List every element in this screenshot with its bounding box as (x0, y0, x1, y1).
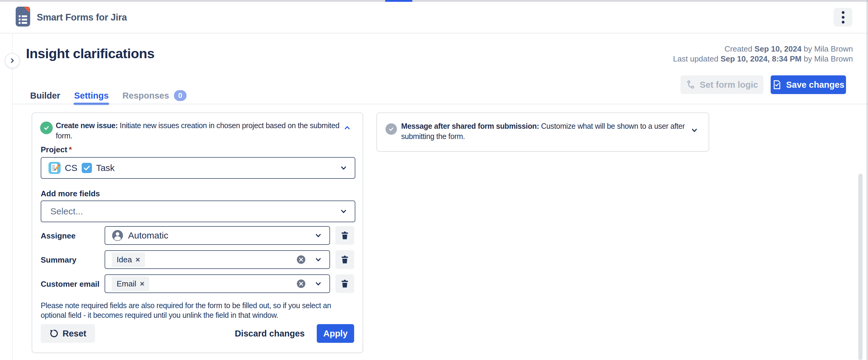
message-after-submission-card: Message after shared form submission: Cu… (376, 113, 709, 152)
trash-icon (340, 255, 349, 264)
message-card-heading: Message after shared form submission: Cu… (401, 121, 686, 142)
card-footer: Reset Discard changes Apply (41, 324, 354, 343)
created-date: Sep 10, 2024 (754, 44, 801, 53)
save-changes-label: Save changes (786, 80, 844, 90)
create-issue-heading-bold: Create new issue: (56, 121, 118, 130)
remove-tag-icon[interactable]: × (135, 256, 140, 264)
chevron-right-icon (9, 58, 16, 64)
app-window: Smart Forms for Jira Insight clarificati… (0, 0, 868, 360)
app-title: Smart Forms for Jira (37, 2, 127, 33)
document-check-icon (772, 80, 782, 90)
project-select[interactable]: CS Task (41, 157, 355, 179)
more-menu-button[interactable] (834, 8, 852, 27)
customer-email-select[interactable]: Email × (104, 274, 330, 293)
created-line: Created Sep 10, 2024 by Mila Brown (673, 44, 853, 54)
kebab-dot (842, 16, 844, 19)
responses-count-badge: 0 (174, 90, 187, 101)
collapse-chevron-up-icon[interactable] (343, 124, 351, 132)
assignee-select[interactable]: Automatic (104, 226, 330, 245)
create-new-issue-card: Create new issue: Initiate new issues cr… (32, 113, 363, 353)
clear-select-icon[interactable] (296, 279, 306, 289)
updated-line: Last updated Sep 10, 2024, 8:34 PM by Mi… (673, 54, 853, 64)
reset-label: Reset (63, 329, 87, 338)
tab-settings[interactable]: Settings (74, 87, 108, 104)
required-asterisk: * (69, 145, 72, 154)
tabs-divider (13, 104, 868, 104)
issue-type-name: Task (96, 163, 115, 173)
customer-email-tag: Email × (112, 276, 149, 291)
project-label: Project* (41, 145, 72, 154)
tab-builder[interactable]: Builder (30, 87, 60, 104)
required-fields-note: Please note required fields are also req… (41, 301, 356, 320)
project-avatar-icon (49, 162, 61, 174)
assignee-label: Assignee (41, 231, 76, 241)
expand-chevron-down-icon[interactable] (690, 126, 698, 134)
chevron-down-icon (340, 164, 347, 172)
set-form-logic-label: Set form logic (700, 80, 758, 90)
discard-changes-button[interactable]: Discard changes (232, 324, 308, 343)
tab-responses[interactable]: Responses 0 (122, 87, 187, 104)
smart-forms-logo-icon (16, 7, 30, 27)
add-more-fields-label: Add more fields (41, 189, 100, 199)
enabled-check-icon (40, 121, 53, 134)
reset-button[interactable]: Reset (41, 324, 95, 343)
remove-customer-email-button[interactable] (336, 274, 354, 293)
summary-label: Summary (41, 256, 76, 265)
tab-responses-label: Responses (122, 91, 169, 101)
kebab-dot (842, 21, 844, 24)
remove-summary-button[interactable] (336, 250, 354, 269)
tab-bar: Builder Settings Responses 0 (30, 87, 187, 104)
clear-select-icon[interactable] (296, 255, 306, 264)
project-key: CS (65, 163, 78, 173)
kebab-dot (842, 11, 844, 14)
sidebar-divider (12, 34, 13, 360)
form-actions: Set form logic Save changes (681, 76, 846, 94)
trash-icon (340, 279, 349, 288)
summary-tag: Idea × (112, 252, 145, 267)
disabled-check-icon (385, 123, 397, 135)
sidebar-expand-button[interactable] (5, 53, 20, 68)
add-more-fields-select[interactable]: Select... (41, 201, 355, 222)
form-meta: Created Sep 10, 2024 by Mila Brown Last … (673, 44, 853, 64)
create-issue-heading: Create new issue: Initiate new issues cr… (56, 120, 343, 141)
task-type-icon (82, 163, 92, 173)
reset-icon (50, 329, 59, 338)
customer-email-tag-label: Email (117, 279, 136, 289)
select-placeholder: Select... (50, 206, 83, 216)
avatar-icon (112, 230, 123, 241)
trash-icon (340, 231, 349, 240)
window-right-edge (867, 0, 867, 360)
customer-email-label: Customer email (41, 279, 99, 289)
apply-button[interactable]: Apply (317, 324, 354, 343)
remove-tag-icon[interactable]: × (140, 280, 144, 288)
chevron-down-icon (340, 207, 347, 215)
set-form-logic-button[interactable]: Set form logic (681, 76, 764, 94)
summary-select[interactable]: Idea × (104, 250, 330, 269)
save-changes-button[interactable]: Save changes (771, 76, 846, 94)
app-header: Smart Forms for Jira (0, 2, 868, 33)
updated-date: Sep 10, 2024, 8:34 PM (721, 54, 802, 63)
chevron-down-icon (314, 256, 322, 264)
chevron-down-icon (314, 232, 322, 239)
message-card-heading-bold: Message after shared form submission: (401, 122, 539, 130)
summary-tag-label: Idea (117, 255, 132, 264)
page-title: Insight clarifications (26, 46, 155, 61)
chevron-down-icon (314, 280, 322, 288)
branch-icon (686, 80, 695, 90)
assignee-value: Automatic (128, 230, 168, 241)
remove-assignee-button[interactable] (336, 226, 354, 245)
vertical-scrollbar-thumb[interactable] (858, 174, 863, 360)
